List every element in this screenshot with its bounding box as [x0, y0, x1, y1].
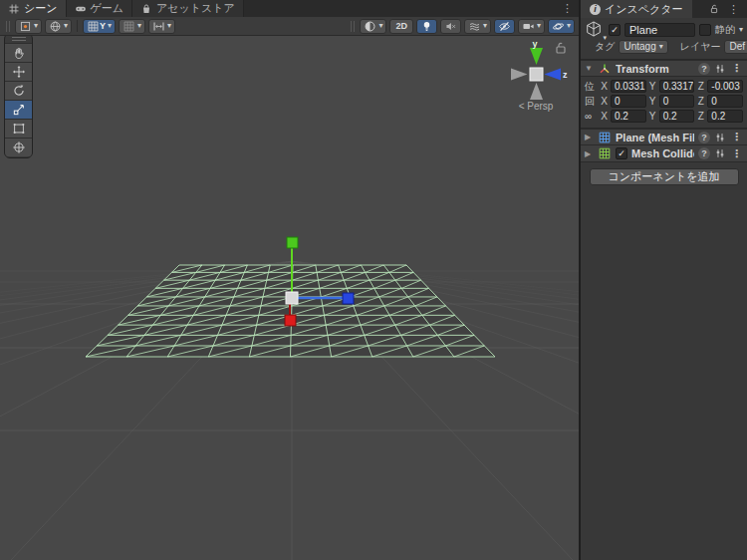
help-icon[interactable]: ?: [698, 147, 710, 159]
tab-asset-store-label: アセットストア: [156, 1, 235, 16]
mesh-filter-component-header[interactable]: ▶ Plane (Mesh Fil ? ⋮: [581, 129, 747, 145]
static-label: 静的: [715, 23, 735, 37]
toolbar-drag-handle[interactable]: [6, 21, 10, 32]
tab-inspector[interactable]: i インスペクター: [581, 0, 692, 18]
tabstrip-spacer: [244, 0, 556, 17]
help-icon[interactable]: ?: [698, 132, 710, 143]
light-bulb-icon: [420, 20, 433, 33]
static-checkbox[interactable]: [699, 24, 711, 36]
layer-dropdown[interactable]: Def ▾: [724, 40, 747, 54]
layer-value: Def: [729, 41, 745, 52]
globe-icon: [49, 20, 62, 33]
position-z-field[interactable]: -0.003: [707, 80, 743, 93]
axis-x-cone[interactable]: [511, 69, 528, 81]
scene-toolbar: ▾ ▾ Y ▾ ▾ ▾ ▾: [0, 17, 579, 36]
mesh-filter-title: Plane (Mesh Fil: [616, 132, 694, 143]
toolbar-drag-handle[interactable]: [351, 21, 355, 32]
handle-orientation-button[interactable]: ▾: [45, 19, 72, 34]
x-axis-label: X: [601, 81, 608, 92]
constrain-proportions-icon[interactable]: ∞: [585, 111, 598, 122]
axis-z-label: z: [563, 70, 568, 80]
chevron-down-icon: ▾: [603, 34, 607, 41]
axis-z-cone[interactable]: [545, 69, 562, 81]
speaker-muted-icon: [444, 20, 457, 33]
y-axis-label: Y: [649, 81, 656, 92]
camera-settings-button[interactable]: ▾: [518, 19, 545, 34]
rotation-label: 回: [585, 95, 598, 109]
lighting-toggle-button[interactable]: [416, 19, 437, 34]
add-component-button[interactable]: コンポーネントを追加: [590, 168, 739, 185]
tab-scene[interactable]: シーン: [0, 0, 67, 17]
position-y-field[interactable]: 0.3317: [659, 80, 695, 93]
view-tool-button[interactable]: [5, 43, 32, 62]
axis-neg-y-cone[interactable]: [530, 83, 543, 100]
inspector-empty-space: [581, 192, 747, 560]
pivot-mode-button[interactable]: ▾: [15, 19, 42, 34]
scale-z-field[interactable]: 0.2: [707, 110, 743, 123]
move-tool-button[interactable]: [5, 62, 32, 81]
grid-snap-button[interactable]: ▾: [119, 19, 145, 34]
scene-tabstrip: シーン ゲーム アセットストア ⋮: [0, 0, 579, 17]
component-menu-icon[interactable]: ⋮: [730, 131, 743, 143]
view-lock-icon[interactable]: [557, 43, 565, 53]
mesh-filter-icon: [598, 131, 612, 144]
axis-y-cone[interactable]: [530, 48, 543, 65]
2d-toggle-button[interactable]: 2D: [389, 19, 413, 34]
mesh-collider-title: Mesh Collider: [631, 147, 694, 159]
presets-icon[interactable]: [714, 132, 726, 143]
effects-toggle-button[interactable]: ▾: [464, 19, 491, 34]
rect-tool-button[interactable]: [5, 119, 32, 138]
transform-tool-button[interactable]: [5, 138, 32, 156]
shaded-sphere-icon: [364, 20, 376, 33]
scale-y-field[interactable]: 0.2: [659, 110, 695, 123]
rotate-tool-button[interactable]: [5, 81, 32, 100]
static-dropdown-icon[interactable]: ▾: [739, 26, 743, 34]
x-axis-label: X: [601, 96, 608, 107]
component-enabled-checkbox[interactable]: ✓: [616, 147, 627, 159]
audio-toggle-button[interactable]: [440, 19, 461, 34]
name-field[interactable]: Plane: [624, 23, 695, 37]
tag-value: Untagg: [623, 41, 655, 52]
scale-tool-button[interactable]: [5, 100, 32, 119]
effects-icon: [468, 20, 481, 33]
tag-dropdown[interactable]: Untagg ▾: [619, 40, 667, 54]
tools-overlay-handle[interactable]: [5, 36, 32, 43]
axis-y-label: y: [533, 39, 538, 49]
scene-viewport: y z < Persp: [0, 36, 579, 560]
gizmos-toggle-button[interactable]: ▾: [548, 19, 575, 34]
transform-component-header[interactable]: ▼ Transform ? ⋮: [581, 60, 747, 77]
scene-pane-menu-icon[interactable]: ⋮: [556, 0, 579, 17]
rotation-row: 回 X 0 Y 0 Z 0: [581, 94, 747, 109]
component-menu-icon[interactable]: ⋮: [730, 62, 743, 75]
snap-increment-button[interactable]: ▾: [148, 19, 175, 34]
info-icon: i: [590, 4, 601, 15]
scale-x-field[interactable]: 0.2: [611, 110, 646, 123]
rotation-x-field[interactable]: 0: [611, 95, 646, 108]
chevron-down-icon: ▾: [34, 22, 38, 30]
tab-game[interactable]: ゲーム: [67, 0, 133, 17]
presets-icon[interactable]: [714, 63, 726, 75]
foldout-open-icon[interactable]: ▼: [585, 64, 594, 73]
view-cube-center[interactable]: [530, 68, 543, 81]
mesh-collider-component-header[interactable]: ▶ ✓ Mesh Collider ? ⋮: [581, 145, 747, 162]
rotation-y-field[interactable]: 0: [659, 95, 695, 108]
tab-scene-label: シーン: [24, 1, 58, 16]
position-x-field[interactable]: 0.0331: [611, 80, 646, 93]
inspector-menu-icon[interactable]: ⋮: [727, 3, 740, 16]
component-menu-icon[interactable]: ⋮: [730, 147, 743, 160]
tab-asset-store[interactable]: アセットストア: [132, 0, 244, 17]
lock-icon[interactable]: [708, 3, 720, 15]
gameobject-icon-button[interactable]: ▾: [585, 20, 605, 40]
scene-3d-view[interactable]: [0, 36, 579, 560]
scale-row: ∞ X 0.2 Y 0.2 Z 0.2: [581, 109, 747, 124]
shading-mode-button[interactable]: ▾: [360, 19, 386, 34]
presets-icon[interactable]: [714, 147, 726, 159]
grid-visibility-button[interactable]: Y ▾: [83, 19, 116, 34]
foldout-closed-icon[interactable]: ▶: [585, 133, 594, 141]
perspective-label[interactable]: < Persp: [501, 101, 571, 112]
rotation-z-field[interactable]: 0: [707, 95, 743, 108]
scene-visibility-button[interactable]: [494, 19, 515, 34]
active-checkbox[interactable]: ✓: [609, 24, 621, 36]
help-icon[interactable]: ?: [698, 63, 710, 75]
foldout-closed-icon[interactable]: ▶: [585, 149, 594, 158]
